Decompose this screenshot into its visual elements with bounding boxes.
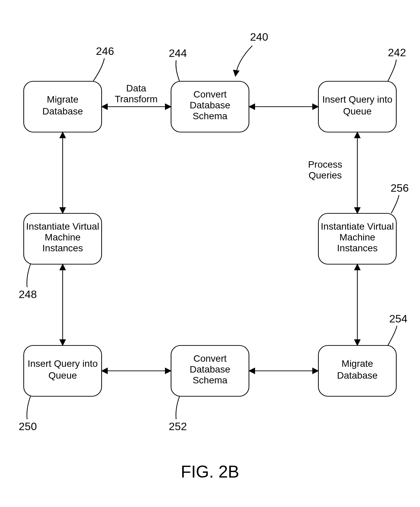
node-246: Migrate Database 246 bbox=[24, 45, 114, 132]
node-250-leader bbox=[27, 396, 30, 419]
node-244-line2: Database bbox=[190, 100, 230, 110]
node-242-ref: 242 bbox=[388, 46, 406, 59]
node-254-line2: Database bbox=[337, 370, 378, 381]
edge-242-256-label-line2: Queries bbox=[309, 170, 342, 181]
figure-caption: FIG. 2B bbox=[181, 462, 239, 481]
node-248-ref: 248 bbox=[19, 288, 37, 300]
node-254-leader bbox=[388, 326, 397, 345]
node-246-line2: Database bbox=[42, 106, 83, 117]
node-250-line1: Insert Query into bbox=[28, 358, 98, 369]
node-248-line1: Instantiate Virtual bbox=[26, 221, 99, 232]
node-256-line2: Machine bbox=[339, 232, 375, 242]
node-256-ref: 256 bbox=[391, 182, 408, 194]
node-244-ref: 244 bbox=[169, 47, 187, 59]
node-252: Convert Database Schema 252 bbox=[169, 345, 249, 432]
node-256-leader bbox=[391, 195, 399, 213]
edge-246-244-label-line1: Data bbox=[126, 83, 146, 93]
node-248: Instantiate Virtual Machine Instances 24… bbox=[19, 213, 102, 300]
global-ref-240-leader bbox=[235, 46, 252, 76]
node-254-line1: Migrate bbox=[341, 358, 373, 369]
global-ref-240: 240 bbox=[235, 31, 268, 76]
node-242: Insert Query into Queue 242 bbox=[318, 46, 406, 132]
node-252-leader bbox=[176, 396, 180, 419]
node-256: Instantiate Virtual Machine Instances 25… bbox=[318, 182, 409, 264]
node-250: Insert Query into Queue 250 bbox=[19, 345, 102, 432]
node-254: Migrate Database 254 bbox=[318, 313, 407, 396]
node-244-line3: Schema bbox=[193, 111, 228, 121]
edge-246-244: Data Transform bbox=[102, 83, 171, 107]
edge-242-256-label-line1: Process bbox=[308, 159, 342, 170]
node-252-line1: Convert bbox=[193, 353, 227, 364]
node-256-line3: Instances bbox=[337, 243, 378, 253]
node-256-line1: Instantiate Virtual bbox=[321, 221, 394, 232]
node-252-line2: Database bbox=[190, 364, 230, 375]
edge-246-244-label-line2: Transform bbox=[115, 94, 158, 104]
node-248-leader bbox=[27, 264, 30, 287]
node-244-line1: Convert bbox=[193, 89, 227, 100]
node-246-leader bbox=[93, 58, 104, 81]
node-248-line2: Machine bbox=[45, 232, 81, 242]
node-242-line1: Insert Query into bbox=[322, 94, 393, 105]
node-246-line1: Migrate bbox=[47, 94, 78, 105]
node-242-line2: Queue bbox=[343, 106, 372, 117]
node-248-line3: Instances bbox=[42, 243, 83, 253]
node-254-ref: 254 bbox=[389, 313, 407, 325]
node-242-leader bbox=[388, 60, 396, 81]
edge-242-256: Process Queries bbox=[308, 132, 357, 213]
node-244: Convert Database Schema 244 bbox=[169, 47, 249, 132]
node-244-leader bbox=[176, 60, 180, 81]
node-250-line2: Queue bbox=[48, 370, 77, 381]
node-250-ref: 250 bbox=[19, 420, 37, 432]
global-ref-240-text: 240 bbox=[250, 31, 268, 43]
node-246-ref: 246 bbox=[96, 45, 114, 57]
node-252-line3: Schema bbox=[193, 375, 228, 385]
node-252-ref: 252 bbox=[169, 420, 187, 432]
